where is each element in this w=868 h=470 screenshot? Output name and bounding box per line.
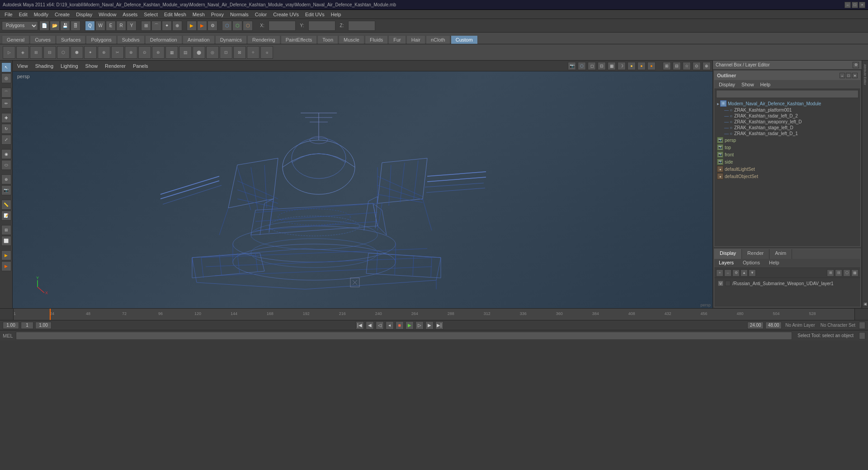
layer-subtab-help[interactable]: Help bbox=[764, 259, 784, 268]
outliner-menu-show[interactable]: Show bbox=[739, 81, 757, 88]
vp-shadow-btn[interactable]: ☽ bbox=[618, 62, 626, 70]
playback-scroll[interactable] bbox=[859, 322, 865, 329]
menu-assets[interactable]: Assets bbox=[120, 11, 140, 18]
menu-create-uvs[interactable]: Create UVs bbox=[270, 11, 302, 18]
vp-menu-shading[interactable]: Shading bbox=[33, 62, 56, 70]
menu-help[interactable]: Help bbox=[328, 11, 344, 18]
move-tool-lt[interactable]: ✚ bbox=[1, 113, 11, 123]
select-tool-lt[interactable]: ↖ bbox=[1, 62, 11, 72]
outliner-item-front[interactable]: 📷 front bbox=[715, 151, 859, 158]
mode-selector[interactable]: Polygons bbox=[2, 21, 38, 30]
shelf-tab-surfaces[interactable]: Surfaces bbox=[56, 35, 85, 44]
play-back-button[interactable]: ◂ bbox=[386, 321, 394, 329]
shelf-tab-painteffects[interactable]: PaintEffects bbox=[281, 35, 317, 44]
outliner-item-weaponry[interactable]: — ○ ZRAK_Kashtan_weaponry_left_D bbox=[715, 119, 859, 125]
start-frame-field[interactable] bbox=[3, 322, 19, 329]
layer-options-btn[interactable]: ⚙ bbox=[732, 269, 740, 277]
annotation-lt[interactable]: 📝 bbox=[1, 211, 11, 221]
menu-edit[interactable]: Edit bbox=[16, 11, 30, 18]
playhead[interactable] bbox=[50, 309, 51, 320]
lasso-select-lt[interactable]: ⌒ bbox=[1, 88, 11, 98]
menu-modify[interactable]: Modify bbox=[31, 11, 51, 18]
menu-window[interactable]: Window bbox=[96, 11, 119, 18]
outliner-search[interactable] bbox=[716, 90, 859, 98]
shelf-tab-polygons[interactable]: Polygons bbox=[86, 35, 116, 44]
mel-input[interactable] bbox=[16, 332, 793, 340]
menu-file[interactable]: File bbox=[2, 11, 15, 18]
outliner-item-radar-d2[interactable]: — ○ ZRAK_Kashtan_radar_left_D_2 bbox=[715, 113, 859, 119]
shelf-icon-6[interactable]: ⬢ bbox=[71, 46, 83, 59]
sculpt-lt[interactable]: ⬭ bbox=[1, 160, 11, 170]
outliner-maximize[interactable]: □ bbox=[846, 73, 851, 78]
outliner-menu-display[interactable]: Display bbox=[716, 81, 738, 88]
vp-bookmark-btn[interactable]: ☆ bbox=[683, 62, 691, 70]
vp-wire-btn[interactable]: ⬡ bbox=[578, 62, 586, 70]
outliner-menu-help[interactable]: Help bbox=[758, 81, 774, 88]
new-file-button[interactable]: 📄 bbox=[39, 21, 49, 31]
display-lt[interactable]: ⬜ bbox=[1, 236, 11, 246]
layer-template-toggle[interactable] bbox=[725, 281, 731, 286]
scale-tool-button[interactable]: R bbox=[116, 21, 126, 31]
shelf-icon-8[interactable]: ⊕ bbox=[98, 46, 110, 59]
next-frame-button[interactable]: ▶ bbox=[425, 321, 434, 329]
scale-tool-lt[interactable]: ⤢ bbox=[1, 135, 11, 145]
select-tool-button[interactable]: Q bbox=[85, 21, 95, 31]
shelf-icon-3[interactable]: ⊞ bbox=[30, 46, 42, 59]
outliner-item-platform[interactable]: — ○ ZRAK_Kashtan_platform001 bbox=[715, 107, 859, 113]
outliner-item-radar-d1[interactable]: — ○ ZRAK_Kashtan_radar_left_D_1 bbox=[715, 131, 859, 136]
stop-button[interactable]: ■ bbox=[396, 321, 404, 329]
mel-scroll[interactable] bbox=[859, 332, 865, 339]
timeline-ruler[interactable]: 1 24 48 72 96 120 144 168 192 216 240 26… bbox=[14, 309, 854, 320]
shelf-icon-2[interactable]: ◈ bbox=[16, 46, 29, 59]
vp-hud-btn[interactable]: ⊕ bbox=[703, 62, 711, 70]
shelf-tab-toon[interactable]: Toon bbox=[317, 35, 338, 44]
render-button[interactable]: ▶ bbox=[187, 21, 197, 31]
layer-subtab-layers[interactable]: Layers bbox=[714, 259, 738, 268]
layer-delete-btn[interactable]: – bbox=[724, 269, 731, 277]
menu-select[interactable]: Select bbox=[141, 11, 160, 18]
save-as-button[interactable]: 🗄 bbox=[71, 21, 80, 31]
shelf-icon-10[interactable]: ⊗ bbox=[125, 46, 137, 59]
shelf-icon-5[interactable]: ⬡ bbox=[57, 46, 70, 59]
shelf-tab-fur[interactable]: Fur bbox=[388, 35, 406, 44]
snap-curve-button[interactable]: ⌒ bbox=[151, 21, 161, 31]
shelf-tab-curves[interactable]: Curves bbox=[30, 35, 56, 44]
play-forward-button[interactable]: ▶ bbox=[406, 321, 414, 329]
quick-layout-lt[interactable]: ⊞ bbox=[1, 225, 11, 235]
layer-new-btn[interactable]: + bbox=[716, 269, 723, 277]
outliner-item-lightset[interactable]: ● defaultLightSet bbox=[715, 165, 859, 173]
shelf-icon-16[interactable]: ◎ bbox=[206, 46, 219, 59]
outliner-item-objectset[interactable]: ● defaultObjectSet bbox=[715, 173, 859, 180]
layer-tab-anim[interactable]: Anim bbox=[769, 249, 792, 259]
end-frame-display[interactable] bbox=[765, 322, 782, 329]
rotate-tool-lt[interactable]: ↻ bbox=[1, 124, 11, 134]
shelf-icon-7[interactable]: ✦ bbox=[84, 46, 97, 59]
layer-up-btn[interactable]: ▲ bbox=[741, 269, 748, 277]
menu-mesh[interactable]: Mesh bbox=[190, 11, 208, 18]
layer-subtab-options[interactable]: Options bbox=[738, 259, 764, 268]
vp-light1-btn[interactable]: ● bbox=[627, 62, 636, 70]
menu-edit-uvs[interactable]: Edit UVs bbox=[302, 11, 327, 18]
minimize-button[interactable]: – bbox=[844, 2, 851, 8]
vp-menu-show[interactable]: Show bbox=[83, 62, 101, 70]
shelf-tab-deformation[interactable]: Deformation bbox=[145, 35, 182, 44]
vp-menu-lighting[interactable]: Lighting bbox=[58, 62, 81, 70]
vp-smooth-btn[interactable]: ◻ bbox=[588, 62, 596, 70]
ipr-lt[interactable]: ▶ bbox=[1, 261, 11, 271]
snap-grid-button[interactable]: ⊞ bbox=[141, 21, 151, 31]
vp-light3-btn[interactable]: ● bbox=[647, 62, 656, 70]
menu-display[interactable]: Display bbox=[73, 11, 95, 18]
current-frame-field[interactable] bbox=[21, 322, 33, 329]
shelf-tab-subdivs[interactable]: Subdivs bbox=[117, 35, 145, 44]
camera-tool-lt[interactable]: 📷 bbox=[1, 185, 11, 195]
outliner-item-persp[interactable]: 📷 persp bbox=[715, 136, 859, 144]
vp-frame-btn[interactable]: ⊞ bbox=[663, 62, 671, 70]
shelf-icon-19[interactable]: ✧ bbox=[247, 46, 259, 59]
shelf-icon-14[interactable]: ▤ bbox=[179, 46, 192, 59]
shelf-icon-18[interactable]: ⊠ bbox=[233, 46, 246, 59]
vp-menu-renderer[interactable]: Renderer bbox=[102, 62, 128, 70]
shelf-tab-dynamics[interactable]: Dynamics bbox=[215, 35, 247, 44]
wireframe-button[interactable]: ⬡ bbox=[222, 21, 232, 31]
open-file-button[interactable]: 📂 bbox=[50, 21, 60, 31]
shelf-tab-muscle[interactable]: Muscle bbox=[339, 35, 364, 44]
